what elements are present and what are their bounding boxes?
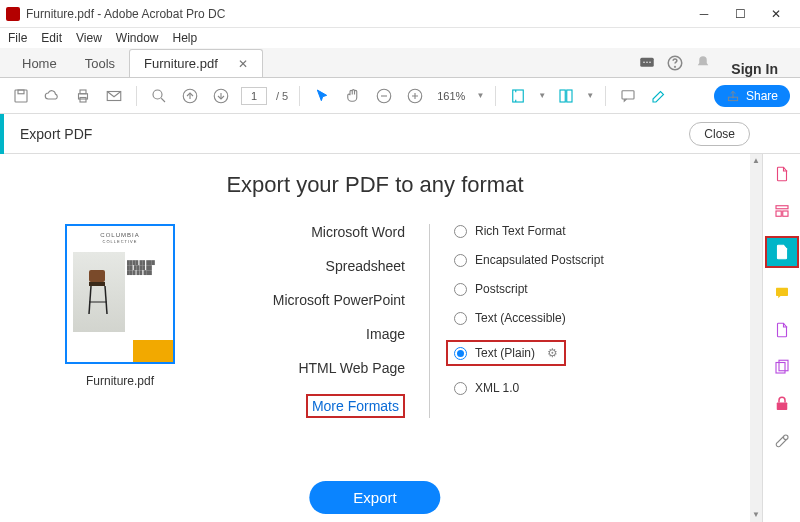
export-panel: Export your PDF to any format COLUMBIACO… [0, 154, 750, 522]
option-text-accessible[interactable]: Text (Accessible) [454, 311, 730, 325]
format-more[interactable]: More Formats [306, 394, 405, 418]
menu-help[interactable]: Help [173, 31, 198, 45]
window-title: Furniture.pdf - Adobe Acrobat Pro DC [26, 7, 686, 21]
option-text-plain[interactable]: Text (Plain)⚙ [446, 340, 566, 366]
toolbar: 1 / 5 161% ▼ ▼ ▼ Share [0, 78, 800, 114]
fit-width-icon[interactable] [507, 85, 529, 107]
scroll-up-icon[interactable]: ▲ [752, 154, 760, 168]
page-number-input[interactable]: 1 [241, 87, 267, 105]
file-name-label: Furniture.pdf [86, 374, 154, 388]
zoom-in-icon[interactable] [404, 85, 426, 107]
prev-page-icon[interactable] [179, 85, 201, 107]
sign-in-button[interactable]: Sign In [717, 61, 792, 77]
option-label: Encapsulated Postscript [475, 253, 604, 267]
close-window-button[interactable]: ✕ [758, 2, 794, 26]
share-button[interactable]: Share [714, 85, 790, 107]
option-ps[interactable]: Postscript [454, 282, 730, 296]
zoom-chevron-icon[interactable]: ▼ [476, 91, 484, 100]
export-heading: Export your PDF to any format [20, 172, 730, 198]
format-spreadsheet[interactable]: Spreadsheet [326, 258, 405, 274]
option-label: Text (Plain) [475, 346, 535, 360]
hand-tool-icon[interactable] [342, 85, 364, 107]
svg-point-12 [153, 90, 162, 99]
radio-icon [454, 283, 467, 296]
svg-rect-6 [15, 90, 27, 102]
organize-icon[interactable] [770, 318, 794, 342]
tab-home[interactable]: Home [8, 49, 71, 77]
share-label: Share [746, 89, 778, 103]
cloud-icon[interactable] [41, 85, 63, 107]
format-options: Rich Text Format Encapsulated Postscript… [430, 224, 730, 418]
format-html[interactable]: HTML Web Page [298, 360, 405, 376]
panel-header: Export PDF Close [0, 114, 800, 154]
svg-rect-17 [513, 90, 524, 102]
tab-document[interactable]: Furniture.pdf ✕ [129, 49, 263, 77]
more-tools-icon[interactable] [770, 429, 794, 453]
next-page-icon[interactable] [210, 85, 232, 107]
thumb-subtitle: COLLECTIVE [103, 239, 138, 244]
save-icon[interactable] [10, 85, 32, 107]
select-tool-icon[interactable] [311, 85, 333, 107]
svg-rect-30 [776, 288, 788, 296]
create-pdf-icon[interactable] [770, 162, 794, 186]
svg-point-2 [647, 62, 649, 64]
svg-line-24 [89, 286, 91, 314]
format-word[interactable]: Microsoft Word [311, 224, 405, 240]
edit-pdf-icon[interactable] [770, 199, 794, 223]
svg-point-34 [783, 435, 788, 440]
maximize-button[interactable]: ☐ [722, 2, 758, 26]
svg-rect-10 [80, 97, 86, 102]
menu-window[interactable]: Window [116, 31, 159, 45]
protect-icon[interactable] [770, 392, 794, 416]
fit-chevron-icon[interactable]: ▼ [538, 91, 546, 100]
accent-bar [0, 114, 4, 154]
zoom-out-icon[interactable] [373, 85, 395, 107]
scroll-down-icon[interactable]: ▼ [752, 508, 760, 522]
option-xml[interactable]: XML 1.0 [454, 381, 730, 395]
mail-icon[interactable] [103, 85, 125, 107]
combine-icon[interactable] [770, 355, 794, 379]
help-icon[interactable] [661, 49, 689, 77]
minimize-button[interactable]: ─ [686, 2, 722, 26]
scrollbar[interactable]: ▲ ▼ [750, 154, 762, 522]
gear-icon[interactable]: ⚙ [547, 346, 558, 360]
file-thumbnail[interactable]: COLUMBIACOLLECTIVE ████ ██ █████ ████ ██… [65, 224, 175, 364]
radio-selected-icon [454, 347, 467, 360]
comment-icon[interactable] [617, 85, 639, 107]
radio-icon [454, 382, 467, 395]
radio-icon [454, 225, 467, 238]
print-icon[interactable] [72, 85, 94, 107]
format-powerpoint[interactable]: Microsoft PowerPoint [273, 292, 405, 308]
format-image[interactable]: Image [366, 326, 405, 342]
view-chevron-icon[interactable]: ▼ [586, 91, 594, 100]
highlight-icon[interactable] [648, 85, 670, 107]
svg-point-3 [650, 62, 652, 64]
option-label: Rich Text Format [475, 224, 565, 238]
svg-rect-7 [18, 90, 24, 94]
export-pdf-icon[interactable] [765, 236, 799, 268]
page-view-icon[interactable] [555, 85, 577, 107]
option-rtf[interactable]: Rich Text Format [454, 224, 730, 238]
svg-rect-29 [782, 211, 787, 216]
menu-file[interactable]: File [8, 31, 27, 45]
option-label: Text (Accessible) [475, 311, 566, 325]
search-icon[interactable] [148, 85, 170, 107]
svg-rect-33 [776, 403, 787, 411]
radio-icon [454, 312, 467, 325]
menu-view[interactable]: View [76, 31, 102, 45]
chat-icon[interactable] [633, 49, 661, 77]
zoom-value[interactable]: 161% [437, 90, 465, 102]
format-list: Microsoft Word Spreadsheet Microsoft Pow… [220, 224, 430, 418]
menu-edit[interactable]: Edit [41, 31, 62, 45]
app-icon [6, 7, 20, 21]
bell-icon[interactable] [689, 49, 717, 77]
export-button[interactable]: Export [309, 481, 440, 514]
tab-document-label: Furniture.pdf [144, 56, 218, 71]
comment-tool-icon[interactable] [770, 281, 794, 305]
close-panel-button[interactable]: Close [689, 122, 750, 146]
tab-tools[interactable]: Tools [71, 49, 129, 77]
svg-rect-28 [776, 211, 781, 216]
close-tab-icon[interactable]: ✕ [238, 57, 248, 71]
option-eps[interactable]: Encapsulated Postscript [454, 253, 730, 267]
svg-rect-20 [622, 90, 634, 98]
